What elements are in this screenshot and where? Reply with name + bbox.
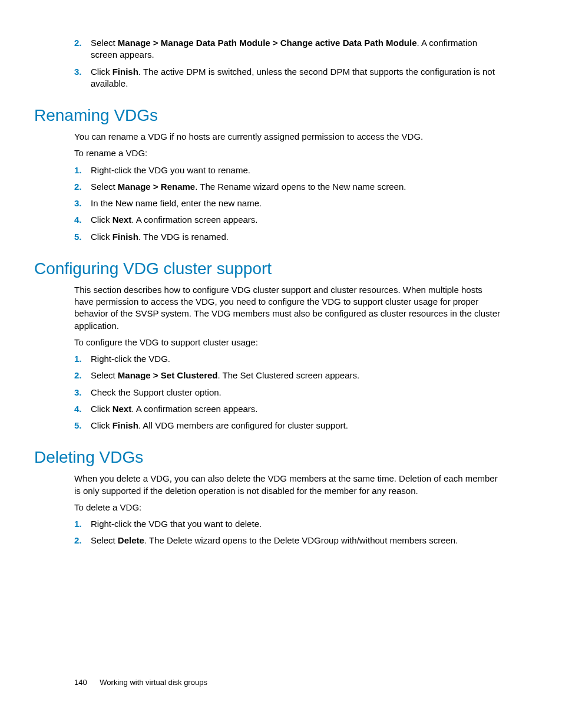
step-text: Click Finish. All VDG members are config… [91,420,503,431]
step-item: 1.Right-click the VDG that you want to d… [74,518,503,530]
step-number: 1. [74,353,91,365]
step-number: 1. [74,518,91,530]
step-item: 2.Select Manage > Manage Data Path Modul… [74,37,503,61]
step-item: 1.Right-click the VDG you want to rename… [74,164,503,176]
step-item: 2.Select Manage > Set Clustered. The Set… [74,370,503,381]
step-number: 3. [74,66,91,78]
step-item: 5.Click Finish. The VDG is renamed. [74,231,503,243]
step-text: Right-click the VDG you want to rename. [91,164,503,176]
configuring-lead: To configure the VDG to support cluster … [74,337,503,348]
deleting-intro: When you delete a VDG, you can also dele… [74,473,503,497]
step-text: Click Next. A confirmation screen appear… [91,403,503,415]
deleting-steps-list: 1.Right-click the VDG that you want to d… [74,518,503,547]
step-text: Check the Support cluster option. [91,387,503,398]
step-number: 4. [74,403,91,415]
step-number: 4. [74,214,91,226]
step-number: 2. [74,535,91,546]
step-text: Select Manage > Rename. The Rename wizar… [91,181,503,193]
step-text: Right-click the VDG. [91,353,503,365]
renaming-intro: You can rename a VDG if no hosts are cur… [74,131,503,143]
step-text: Select Manage > Manage Data Path Module … [91,37,503,61]
step-number: 2. [74,370,91,381]
chapter-title: Working with virtual disk groups [100,678,207,687]
step-number: 3. [74,197,91,209]
step-item: 1.Right-click the VDG. [74,353,503,365]
deleting-lead: To delete a VDG: [74,502,503,513]
configuring-intro: This section describes how to configure … [74,284,503,332]
step-number: 2. [74,181,91,193]
step-text: Click Finish. The active DPM is switched… [91,66,503,90]
step-item: 5.Click Finish. All VDG members are conf… [74,420,503,431]
step-number: 2. [74,37,91,49]
step-item: 2.Select Manage > Rename. The Rename wiz… [74,181,503,193]
step-item: 3.Check the Support cluster option. [74,387,503,398]
intro-steps-list: 2.Select Manage > Manage Data Path Modul… [74,37,503,90]
step-number: 5. [74,231,91,243]
step-text: Select Manage > Set Clustered. The Set C… [91,370,503,381]
heading-renaming-vdgs: Renaming VDGs [34,106,503,125]
step-text: Click Finish. The VDG is renamed. [91,231,503,243]
renaming-lead: To rename a VDG: [74,147,503,159]
step-item: 2.Select Delete. The Delete wizard opens… [74,535,503,546]
page-footer: 140 Working with virtual disk groups [74,678,207,687]
step-text: Select Delete. The Delete wizard opens t… [91,535,503,546]
step-item: 3.Click Finish. The active DPM is switch… [74,66,503,90]
step-text: Right-click the VDG that you want to del… [91,518,503,530]
page-number: 140 [74,678,87,687]
step-text: Click Next. A confirmation screen appear… [91,214,503,226]
heading-deleting-vdgs: Deleting VDGs [34,448,503,467]
step-item: 4.Click Next. A confirmation screen appe… [74,403,503,415]
step-text: In the New name field, enter the new nam… [91,197,503,209]
heading-configuring-vdg-cluster: Configuring VDG cluster support [34,259,503,278]
configuring-steps-list: 1.Right-click the VDG.2.Select Manage > … [74,353,503,431]
renaming-steps-list: 1.Right-click the VDG you want to rename… [74,164,503,243]
step-item: 4.Click Next. A confirmation screen appe… [74,214,503,226]
step-number: 5. [74,420,91,431]
step-item: 3.In the New name field, enter the new n… [74,197,503,209]
step-number: 3. [74,387,91,398]
step-number: 1. [74,164,91,176]
